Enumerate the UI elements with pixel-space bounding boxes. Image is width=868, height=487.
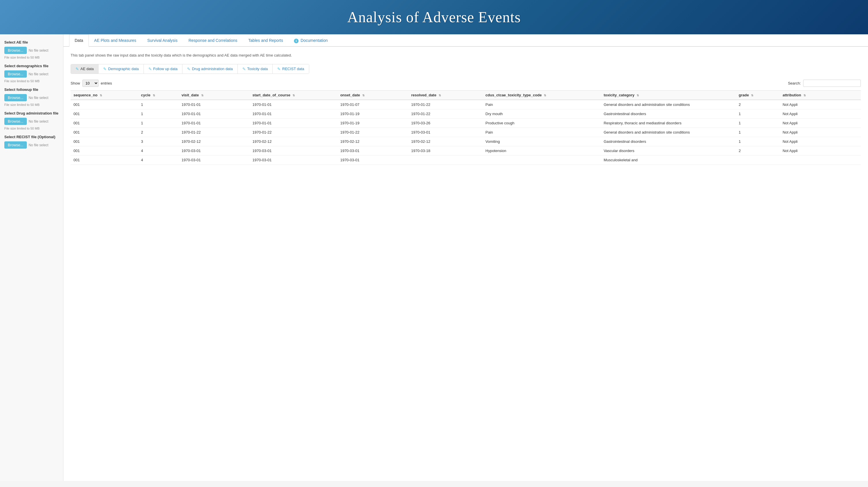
sub-tab-demographic[interactable]: ✎ Demographic data: [98, 64, 144, 74]
cell-resolved_date: 1970-01-22: [408, 100, 483, 109]
cell-onset_date: 1970-01-07: [337, 100, 408, 109]
content-inner: This tab panel shows the raw input data …: [63, 47, 868, 171]
nav-tabs: Data AE Plots and Measures Survival Anal…: [63, 34, 868, 47]
sub-tab-ae-data[interactable]: ✎ AE data: [71, 64, 98, 74]
sub-tab-recist[interactable]: ✎ RECIST data: [273, 64, 309, 74]
tab-ae-plots[interactable]: AE Plots and Measures: [89, 34, 142, 47]
col-header-visit-date[interactable]: visit_date ⇅: [179, 90, 250, 100]
followup-file-row: Browse... No file select: [4, 94, 59, 101]
col-header-start-date[interactable]: start_date_of_course ⇅: [250, 90, 337, 100]
cell-onset_date: 1970-03-01: [337, 146, 408, 155]
table-row: 00121970-01-221970-01-221970-01-221970-0…: [71, 127, 861, 137]
table-controls: Show 10 25 50 100 entries Search:: [71, 80, 861, 87]
cell-cycle: 1: [138, 100, 179, 109]
cell-grade: [736, 155, 779, 165]
tab-data[interactable]: Data: [69, 34, 89, 47]
sort-icon-visit: ⇅: [201, 94, 204, 97]
col-header-attribution[interactable]: attribution ⇅: [780, 90, 861, 100]
cell-cdus_ctcae_toxicity_type_code: Pain: [483, 127, 601, 137]
cell-visit_date: 1970-01-22: [179, 127, 250, 137]
db-icon-ae: ✎: [75, 67, 79, 71]
ae-file-browse-button[interactable]: Browse...: [4, 47, 27, 54]
cell-attribution: Not Appli: [780, 146, 861, 155]
followup-file-no-file: No file select: [29, 96, 49, 100]
cell-toxicity_category: Vascular disorders: [601, 146, 736, 155]
db-icon-tox: ✎: [242, 67, 246, 71]
cell-start_date_of_course: 1970-01-01: [250, 118, 337, 127]
recist-file-browse-button[interactable]: Browse...: [4, 141, 27, 149]
cell-sequence_no: 001: [71, 118, 138, 127]
cell-sequence_no: 001: [71, 109, 138, 118]
cell-grade: 1: [736, 109, 779, 118]
cell-resolved_date: 1970-01-22: [408, 109, 483, 118]
cell-sequence_no: 001: [71, 127, 138, 137]
entries-select[interactable]: 10 25 50 100: [83, 80, 98, 87]
page-title: Analysis of Adverse Events: [6, 9, 862, 26]
demographics-file-browse-button[interactable]: Browse...: [4, 70, 27, 78]
drug-file-size-note: File size limited to 50 MB: [4, 127, 59, 130]
sort-icon-resolved: ⇅: [439, 94, 441, 97]
drug-file-browse-button[interactable]: Browse...: [4, 118, 27, 125]
cell-resolved_date: 1970-03-01: [408, 127, 483, 137]
tab-documentation[interactable]: ℹ Documentation: [288, 34, 333, 47]
sort-icon-start: ⇅: [292, 94, 295, 97]
cell-toxicity_category: Musculoskeletal and: [601, 155, 736, 165]
ae-file-size-note: File size limited to 50 MB: [4, 56, 59, 59]
sub-tab-drug-admin[interactable]: ✎ Drug administration data: [182, 64, 238, 74]
cell-visit_date: 1970-01-01: [179, 118, 250, 127]
main-content: Data AE Plots and Measures Survival Anal…: [63, 34, 868, 481]
sub-tab-toxicity[interactable]: ✎ Toxicity data: [238, 64, 273, 74]
cell-visit_date: 1970-02-12: [179, 137, 250, 146]
drug-file-title: Select Drug administration file: [4, 111, 59, 115]
sub-tab-followup[interactable]: ✎ Follow up data: [144, 64, 183, 74]
followup-file-browse-button[interactable]: Browse...: [4, 94, 27, 101]
cell-grade: 1: [736, 137, 779, 146]
cell-onset_date: 1970-02-12: [337, 137, 408, 146]
cell-attribution: Not Appli: [780, 127, 861, 137]
cell-visit_date: 1970-01-01: [179, 109, 250, 118]
cell-visit_date: 1970-03-01: [179, 146, 250, 155]
cell-cycle: 1: [138, 109, 179, 118]
table-row: 00131970-02-121970-02-121970-02-121970-0…: [71, 137, 861, 146]
recist-file-row: Browse... No file select: [4, 141, 59, 149]
col-header-grade[interactable]: grade ⇅: [736, 90, 779, 100]
cell-cdus_ctcae_toxicity_type_code: [483, 155, 601, 165]
tab-tables[interactable]: Tables and Reports: [243, 34, 289, 47]
cell-cdus_ctcae_toxicity_type_code: Dry mouth: [483, 109, 601, 118]
cell-sequence_no: 001: [71, 100, 138, 109]
show-entries-control: Show 10 25 50 100 entries: [71, 80, 112, 87]
demographics-file-row: Browse... No file select: [4, 70, 59, 78]
db-icon-followup: ✎: [148, 67, 152, 71]
sidebar: Select AE file Browse... No file select …: [0, 34, 63, 481]
cell-grade: 1: [736, 127, 779, 137]
cell-cdus_ctcae_toxicity_type_code: Hypotension: [483, 146, 601, 155]
tab-response[interactable]: Response and Correlations: [183, 34, 243, 47]
cell-cdus_ctcae_toxicity_type_code: Productive cough: [483, 118, 601, 127]
col-header-cycle[interactable]: cycle ⇅: [138, 90, 179, 100]
table-header-row: sequence_no ⇅ cycle ⇅ visit_date ⇅: [71, 90, 861, 100]
recist-file-no-file: No file select: [29, 143, 49, 147]
cell-onset_date: 1970-01-19: [337, 118, 408, 127]
cell-grade: 2: [736, 100, 779, 109]
cell-visit_date: 1970-03-01: [179, 155, 250, 165]
show-label: Show: [71, 81, 80, 85]
db-icon-demo: ✎: [103, 67, 106, 71]
cell-cycle: 1: [138, 118, 179, 127]
col-header-sequence-no[interactable]: sequence_no ⇅: [71, 90, 138, 100]
cell-start_date_of_course: 1970-03-01: [250, 146, 337, 155]
cell-sequence_no: 001: [71, 155, 138, 165]
app-header: Analysis of Adverse Events: [0, 0, 868, 34]
col-header-onset-date[interactable]: onset_date ⇅: [337, 90, 408, 100]
cell-cycle: 4: [138, 155, 179, 165]
demographics-file-title: Select demographics file: [4, 64, 59, 68]
cell-cdus_ctcae_toxicity_type_code: Pain: [483, 100, 601, 109]
search-input[interactable]: [803, 80, 861, 87]
col-header-resolved-date[interactable]: resolved_date ⇅: [408, 90, 483, 100]
cell-grade: 2: [736, 146, 779, 155]
tab-survival[interactable]: Survival Analysis: [142, 34, 183, 47]
table-row: 00111970-01-011970-01-011970-01-191970-0…: [71, 118, 861, 127]
sort-icon-cycle: ⇅: [153, 94, 155, 97]
col-header-toxicity-category[interactable]: toxicity_category ⇅: [601, 90, 736, 100]
col-header-toxicity-code[interactable]: cdus_ctcae_toxicity_type_code ⇅: [483, 90, 601, 100]
cell-onset_date: 1970-01-22: [337, 127, 408, 137]
